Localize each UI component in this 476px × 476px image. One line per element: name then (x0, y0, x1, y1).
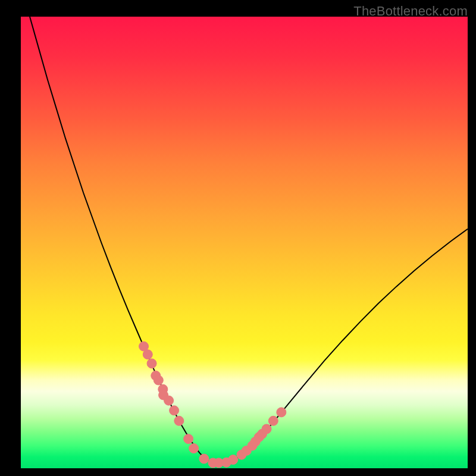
curve-markers (139, 342, 286, 468)
marker-dot (154, 375, 163, 385)
marker-dot (184, 434, 193, 444)
marker-dot (228, 455, 238, 465)
marker-dot (268, 416, 278, 425)
chart-stage: TheBottleneck.com (0, 0, 476, 476)
watermark-text: TheBottleneck.com (353, 4, 468, 19)
bottleneck-curve (30, 17, 468, 463)
marker-dot (170, 406, 179, 415)
marker-dot (147, 359, 156, 368)
marker-dot (189, 444, 199, 453)
marker-dot (262, 424, 271, 434)
marker-dot (164, 396, 174, 405)
marker-dot (174, 416, 184, 425)
marker-dot (199, 454, 209, 464)
marker-dot (277, 408, 286, 417)
marker-dot (143, 350, 152, 359)
curve-layer (21, 17, 468, 468)
